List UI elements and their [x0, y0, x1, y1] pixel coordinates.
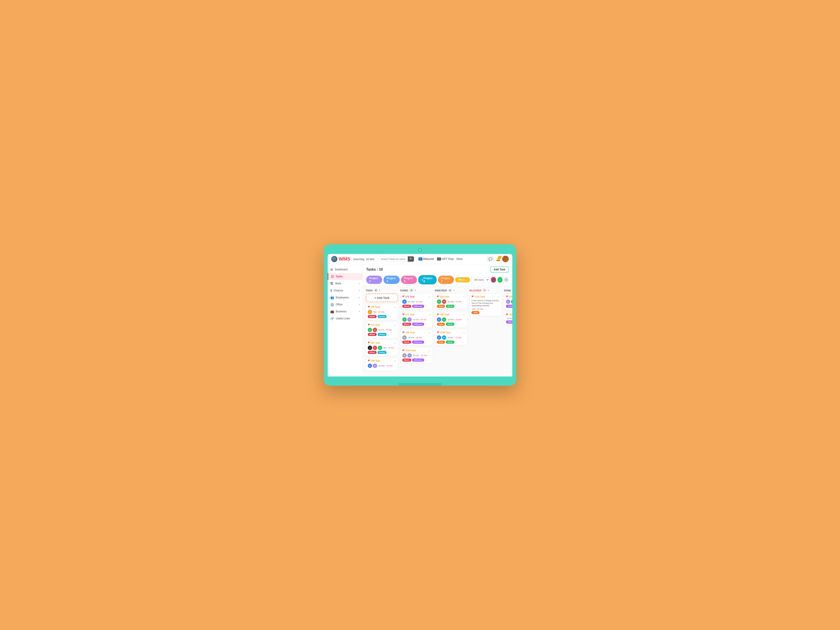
sidebar-item-employees[interactable]: 👥 Employees ▾	[328, 294, 363, 301]
tasks-count-title: Tasks : 10	[366, 267, 383, 272]
edit-icon[interactable]: ✏	[463, 313, 465, 317]
task-card-72: 🚩 #72 Task ✏ B 20 Sep - 30 Sep Block InR…	[400, 294, 433, 310]
business-icon: 💼	[330, 310, 334, 313]
edit-icon[interactable]: ✏	[428, 349, 431, 352]
task-header-08: 🚩 #08 Task ✏	[368, 306, 396, 309]
avatar-B4: B	[437, 335, 441, 340]
tag-block[interactable]: Block	[402, 358, 411, 362]
task-dates-74: 03 Oct - 05 Oct	[379, 329, 392, 331]
task-card-05: 🚩 #05 Task ✏ 16 Nov - 02 Dec InReview	[504, 311, 512, 325]
task-header-90: 🚩 #90 Task ✏	[437, 313, 465, 317]
task-dates-71: 01 Oct - 20 Oct	[413, 319, 426, 321]
task-id-38: 🚩 #38 Task	[402, 332, 415, 334]
edit-icon[interactable]: ✏	[463, 295, 465, 298]
sidebar-label-finance: Finance	[334, 289, 343, 292]
gpt-link[interactable]: G GPT Chat	[437, 257, 453, 261]
bitbucket-link[interactable]: B Bitbucket	[418, 257, 434, 261]
task-header-74: 🚩 #74 Task ✏	[368, 324, 396, 327]
sidebar-label-links: Useful Links	[336, 317, 350, 320]
tag-block[interactable]: Block	[402, 323, 411, 326]
task-tags-104: Block InReview	[402, 358, 431, 362]
task-card-08: 🚩 #08 Task ✏ A N/A - 30 Sep Block Doing	[366, 304, 398, 320]
edit-icon[interactable]: ✏	[394, 324, 396, 327]
logo-globe-icon: 🌐	[331, 256, 337, 262]
tag-todo[interactable]: Todo	[471, 311, 480, 314]
tag-block[interactable]: Block	[402, 305, 411, 308]
tag-inreview[interactable]: InReview	[412, 305, 424, 308]
task-dates-81: N/A - 15 Oct	[384, 347, 394, 349]
tag-inreview[interactable]: InReview	[506, 305, 512, 308]
tag-done[interactable]: Done	[446, 341, 454, 344]
tag-doing[interactable]: Doing	[377, 351, 387, 354]
tab-project4[interactable]: Project 4	[384, 276, 399, 284]
user-filter-select[interactable]: All Users	[471, 277, 489, 283]
avatar-S4: S	[511, 300, 512, 304]
avatar-B2: B	[402, 300, 407, 304]
tab-project6[interactable]: ℹ Project 6	[418, 275, 437, 284]
task-card-105: 🚩 #105 Task ✏ B D 30 Dec - 03 Dec Todo D…	[435, 330, 467, 346]
sidebar-item-work[interactable]: 🏗 Work ▾	[328, 280, 363, 287]
drive-link[interactable]: Drive	[456, 257, 463, 261]
task-header-72: 🚩 #72 Task ✏	[402, 295, 431, 298]
edit-icon[interactable]: ✏	[497, 295, 500, 298]
task-card-131: 🚩 #131 Task ✏ Lorem Ipsum Is Simply Dumm…	[469, 294, 502, 316]
col-count-inreview: 3	[448, 289, 452, 292]
edit-icon[interactable]: ✏	[463, 332, 465, 335]
tag-doing[interactable]: Doing	[377, 333, 387, 336]
tab-project2[interactable]: Project 2	[366, 276, 382, 284]
search-input[interactable]	[379, 257, 408, 261]
search-button[interactable]: 🔍	[408, 256, 414, 262]
task-header-104: 🚩 #104 Task ✏	[402, 349, 431, 352]
edit-icon[interactable]: ✏	[394, 342, 396, 345]
tag-todo[interactable]: Todo	[437, 341, 445, 344]
sidebar-item-dashboard[interactable]: ⊞ Dashboard	[328, 266, 363, 273]
chevron-down-icon: ▾	[415, 289, 416, 292]
tag-block[interactable]: Block	[368, 315, 377, 318]
edit-icon[interactable]: ✏	[428, 313, 431, 317]
sidebar-item-business[interactable]: 💼 Business ▾	[328, 308, 363, 315]
tag-doing[interactable]: Doing	[377, 315, 387, 318]
notifications-button[interactable]: 🔔 4	[496, 257, 501, 261]
sidebar-item-office[interactable]: 🏢 Office ▾	[328, 301, 363, 308]
tag-inreview[interactable]: InReview	[412, 358, 424, 362]
sidebar-item-tasks[interactable]: ☑ Tasks	[328, 273, 363, 280]
logo-text: WMS	[339, 256, 351, 262]
tag-todo[interactable]: Todo	[437, 305, 445, 308]
chevron-down-icon: ▾	[359, 283, 360, 285]
tag-block[interactable]: Block	[368, 351, 377, 354]
kanban-board: TODO 6 ▾ + Add Task 🚩 #08 Task ✏	[363, 286, 512, 375]
chevron-down-icon: ▾	[359, 289, 360, 292]
tag-inreview[interactable]: InReview	[412, 323, 424, 326]
filter-red-button[interactable]: 👤	[491, 277, 496, 283]
task-header-131: 🚩 #131 Task ✏	[471, 295, 500, 298]
tag-inreview[interactable]: InReview	[506, 321, 512, 324]
tab-project5[interactable]: Project 5	[401, 276, 417, 284]
edit-icon[interactable]: ✏	[428, 332, 431, 335]
task-tags-81: Block Doing	[368, 351, 396, 354]
col-label-todo: TODO	[366, 289, 373, 292]
tag-todo[interactable]: Todo	[437, 323, 445, 326]
tag-done[interactable]: Done	[446, 323, 454, 326]
tab-project-more[interactable]: Proje...	[455, 277, 470, 283]
logo: 🌐 WMS	[331, 256, 351, 262]
sidebar-item-finance[interactable]: $ Finance ▾	[328, 287, 363, 294]
edit-icon[interactable]: ✏	[394, 306, 396, 309]
task-card-74: 🚩 #74 Task ✏ G S 03 Oct - 05 Oct Block D…	[366, 322, 398, 338]
add-task-inline[interactable]: + Add Task	[366, 294, 398, 302]
tag-block[interactable]: Block	[402, 341, 411, 344]
tab-project7[interactable]: Project 7	[438, 276, 454, 284]
tag-done[interactable]: Done	[446, 305, 454, 308]
tag-inreview[interactable]: InReview	[412, 341, 424, 344]
filter-green-button[interactable]: ✓	[497, 277, 502, 283]
sidebar-item-useful-links[interactable]: 🔗 Useful Links	[328, 315, 363, 322]
tag-block[interactable]: Block	[368, 333, 377, 336]
messages-button[interactable]: 💬	[487, 256, 494, 262]
edit-icon[interactable]: ✏	[428, 295, 431, 298]
edit-icon[interactable]: ✏	[394, 360, 396, 363]
avatar-G2: G	[368, 346, 372, 350]
sidebar-label-work: Work	[335, 282, 341, 285]
add-task-button[interactable]: Add Task	[490, 267, 509, 273]
refresh-button[interactable]: ↻	[504, 277, 509, 283]
user-avatar[interactable]	[502, 256, 509, 262]
dashboard-icon: ⊞	[330, 268, 333, 271]
